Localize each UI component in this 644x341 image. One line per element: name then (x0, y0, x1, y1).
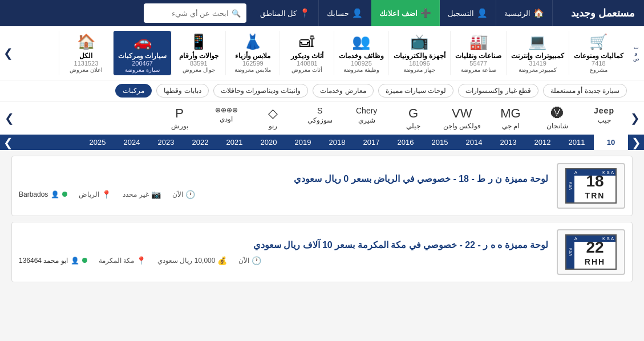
brand-changan[interactable]: 🅥 شانجان (534, 104, 580, 132)
brand-items: Jeep جيب 🅥 شانجان MG ام جي VW فولكس واجن… (17, 104, 627, 132)
year-items: 10 2011 2012 2013 2014 2015 2016 2017 20… (16, 135, 628, 150)
year-2020[interactable]: 2020 (252, 135, 286, 150)
cat-all[interactable]: 🏠 الكل 1131523 اعلان معروض (59, 31, 113, 75)
register-icon: 👤 (477, 8, 488, 18)
year-2016[interactable]: 2016 (388, 135, 423, 150)
years-next-arrow[interactable]: ❯ (0, 136, 16, 149)
brand-porsche[interactable]: P بورش (157, 104, 202, 132)
listing-item[interactable]: K S A KSA KSA 22 RHH لوحة مميزة ه ه ر - … (11, 222, 633, 282)
year-2023[interactable]: 2023 (149, 135, 183, 150)
year-2025[interactable]: 2025 (80, 135, 115, 150)
listing-thumbnail: K S A KSA KSA 22 RHH (557, 229, 625, 275)
cat-jobs[interactable]: 👥 وظائف وخدمات 100925 وظيفة معروضة (334, 31, 388, 75)
brand-renault[interactable]: ◇ رنو (250, 104, 296, 132)
all-icon: 🏠 (77, 33, 95, 51)
filter-trucks[interactable]: وانيتات وديناصورات وحافلات (213, 84, 309, 98)
filter-plates[interactable]: لوحات سيارات مميزة (378, 84, 454, 98)
cat-industry[interactable]: 🏭 صناعات ونقليات 55477 صناعة معروضة (450, 31, 506, 75)
year-2018[interactable]: 2018 (320, 135, 354, 150)
brand-geely[interactable]: G جيلي (391, 104, 436, 132)
brand-tabs: ❮ Jeep جيب 🅥 شانجان MG ام جي VW فولكس وا… (0, 101, 644, 135)
listing-item[interactable]: K S A KSA KSA 18 TRN لوحة مميزة ن ر ط - … (11, 156, 633, 216)
brand-audi[interactable]: ⊕⊕⊕⊕ اودي (204, 104, 249, 132)
cat-accessories[interactable]: 🛒 كماليات ومنوعات 7418 مشروع (569, 31, 628, 75)
listing-meta: 🕐 الآن 💰 10,000 ريال سعودي 📍 مكة المكرمة… (19, 256, 548, 265)
cat-mobiles[interactable]: 📱 جوالات وأرقام 83591 جوال معروض (171, 31, 225, 75)
fashion-icon: 👗 (244, 33, 262, 51)
brand-suzuki[interactable]: S سوزوكي (297, 104, 343, 132)
brand-name-new: مستعمل وجديد (571, 7, 635, 19)
search-box[interactable]: 🔍 (144, 3, 246, 23)
avatar: 👤 (71, 257, 79, 265)
filter-showrooms[interactable]: معارض وخدمات (313, 84, 373, 98)
brand-jeep[interactable]: Jeep جيب (581, 104, 627, 132)
plate-letters: TRN (577, 191, 613, 200)
nav-regions[interactable]: 📍 كل المناطق (252, 0, 319, 26)
home-icon: 🏠 (533, 8, 544, 18)
listing-meta: 🕐 الآن 📷 غير محدد 📍 الرياض 👤 Barbados (19, 190, 548, 199)
industry-icon: 🏭 (469, 33, 488, 51)
cat-computers[interactable]: 💻 كمبيوترات وإنترنت 31419 كمبيوتر معروضة (506, 31, 568, 75)
listing-thumbnail: K S A KSA KSA 18 TRN (557, 163, 625, 209)
year-2022[interactable]: 2022 (183, 135, 217, 150)
nav-add[interactable]: ➕ اضف اعلانك (371, 0, 440, 26)
listing-condition: 📷 غير محدد (123, 190, 160, 199)
computers-icon: 💻 (528, 33, 546, 51)
year-2015[interactable]: 2015 (423, 135, 457, 150)
brands-next-arrow[interactable]: ❯ (1, 111, 17, 125)
year-2011[interactable]: 2011 (560, 135, 594, 150)
listing-title[interactable]: لوحة مميزة ه ه ر - 22 - خصوصي في مكة الم… (19, 239, 548, 250)
brand-mg[interactable]: MG ام جي (488, 104, 533, 132)
nav-regions-label: كل المناطق (260, 9, 297, 18)
search-icon: 🔍 (232, 9, 241, 18)
nav-add-label: اضف اعلانك (379, 9, 418, 18)
plate-letters: RHH (577, 257, 613, 266)
year-2017[interactable]: 2017 (354, 135, 388, 150)
year-2021[interactable]: 2021 (217, 135, 252, 150)
listing-user: 👤 Barbados (19, 190, 67, 198)
filter-spare-parts[interactable]: قطع غيار وإكسسوارات (458, 84, 538, 98)
years-prev-arrow[interactable]: ❮ (628, 136, 644, 149)
cat-fashion[interactable]: 👗 ملابس وأزياء 162599 ملابس معروضة (225, 31, 280, 75)
filter-vehicles[interactable]: مركبات (115, 84, 152, 98)
pin-icon: 📍 (102, 190, 111, 199)
cat-electronics[interactable]: 📺 أجهزة والكترونيات 181096 جهاز معروضة (388, 31, 450, 75)
top-nav: مستعمل وجديد 🏠 الرئيسية 👤 التسجيل ➕ اضف … (0, 0, 644, 26)
listing-details: لوحة مميزة ن ر ط - 18 - خصوصي في الرياض … (19, 173, 548, 199)
categories-next-arrow[interactable]: ❯ (0, 31, 16, 75)
online-indicator (82, 258, 87, 263)
nav-home[interactable]: 🏠 الرئيسية (496, 0, 553, 26)
cat-cars[interactable]: 🚗 سيارات ومركبات 200467 سيارة معروضة (113, 31, 171, 75)
nav-home-label: الرئيسية (504, 9, 530, 18)
electronics-icon: 📺 (410, 33, 428, 51)
year-10[interactable]: 10 (594, 135, 628, 150)
brand-volkswagen[interactable]: VW فولكس واجن (438, 104, 487, 132)
year-2024[interactable]: 2024 (115, 135, 149, 150)
nav-register-label: التسجيل (448, 9, 474, 18)
brands-prev-arrow[interactable]: ❮ (627, 111, 643, 125)
listing-user: 👤 ابو محمد 136464 (19, 257, 87, 265)
listing-location: 📍 الرياض (79, 190, 111, 199)
avatar: 👤 (51, 190, 59, 198)
accessories-icon: 🛒 (589, 33, 607, 51)
nav-account[interactable]: 👤 حسابك (319, 0, 371, 26)
nav-items: 🏠 الرئيسية 👤 التسجيل ➕ اضف اعلانك 👤 حساب… (0, 0, 553, 26)
listings-container: K S A KSA KSA 18 TRN لوحة مميزة ن ر ط - … (0, 150, 644, 294)
cat-furniture[interactable]: 🛋 أثاث وديكور 140881 أثاث معروض (280, 31, 334, 75)
brand-chery[interactable]: Chery شيري (344, 104, 390, 132)
year-2019[interactable]: 2019 (286, 135, 320, 150)
year-tabs: ❮ 10 2011 2012 2013 2014 2015 2016 2017 … (0, 135, 644, 150)
filter-used-new[interactable]: سيارة جديدة أو مستعملة (543, 84, 627, 98)
year-2014[interactable]: 2014 (457, 135, 491, 150)
nav-register[interactable]: 👤 التسجيل (440, 0, 496, 26)
year-2013[interactable]: 2013 (491, 135, 525, 150)
filter-tabs: سيارة جديدة أو مستعملة قطع غيار وإكسسوار… (0, 80, 644, 101)
filter-tanks[interactable]: دبابات وقطها (156, 84, 208, 98)
category-items: 🛒 كماليات ومنوعات 7418 مشروع 💻 كمبيوترات… (16, 31, 628, 75)
listing-title[interactable]: لوحة مميزة ن ر ط - 18 - خصوصي في الرياض … (19, 173, 548, 184)
brand-logo[interactable]: مستعمل وجديد (553, 0, 644, 26)
year-2012[interactable]: 2012 (525, 135, 560, 150)
location-icon: 📍 (299, 8, 310, 18)
online-indicator (62, 192, 67, 197)
search-input[interactable] (149, 9, 229, 18)
